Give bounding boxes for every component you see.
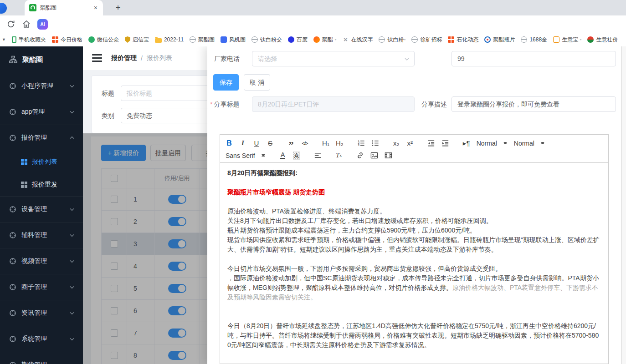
compass-icon bbox=[9, 82, 16, 90]
sidebar-menu-item[interactable]: 报价管理 bbox=[0, 125, 83, 151]
clean-format-button[interactable]: Tx bbox=[335, 151, 343, 161]
save-button[interactable]: 保存 bbox=[213, 74, 239, 91]
sidebar-submenu-label: 报价重发 bbox=[32, 181, 57, 189]
bookmark-item[interactable]: 钛白粉- bbox=[379, 36, 405, 44]
browser-tab[interactable]: 聚酯圈 × bbox=[25, 0, 103, 15]
bookmark-label: 在线汉字 bbox=[351, 36, 373, 44]
sidebar-menu-label: 资讯管理 bbox=[21, 309, 47, 317]
sidebar-menu-item[interactable]: 小程序管理 bbox=[0, 73, 83, 99]
bookmark-favicon bbox=[521, 36, 527, 43]
font-picker[interactable]: Sans Serif bbox=[226, 152, 266, 159]
bookmark-favicon bbox=[52, 36, 58, 43]
reload-icon[interactable] bbox=[6, 20, 15, 29]
filter-title-label: 标题 bbox=[102, 86, 114, 101]
outdent-button[interactable] bbox=[427, 138, 435, 148]
tab-close-icon[interactable]: × bbox=[93, 4, 98, 11]
bookmark-item[interactable]: 风机圈 bbox=[221, 36, 246, 44]
sidebar-brand[interactable]: 聚酯圈 bbox=[0, 46, 83, 73]
bookmark-favicon bbox=[411, 36, 418, 43]
bookmark-item[interactable]: 聚酯 - bbox=[313, 36, 336, 44]
italic-button[interactable]: I bbox=[239, 138, 246, 148]
header2-button[interactable]: H₂ bbox=[336, 138, 344, 148]
code-block-button[interactable]: </> bbox=[301, 138, 308, 148]
compass-icon bbox=[9, 232, 16, 239]
home-icon[interactable] bbox=[22, 20, 31, 29]
editor-content[interactable]: 8月20日再循聚酯圈报到: 聚酯瓶片市场窄幅震荡 期货走势图 原油价格波动、PT… bbox=[220, 163, 608, 364]
bookmark-label: 生意社价 bbox=[596, 36, 618, 44]
ordered-list-button[interactable]: 123 bbox=[357, 138, 365, 148]
edit-offer-dialog: 厂家电话 请选择 排序 99 保存 取 消 *分享标题 8月20日再生PET日评… bbox=[207, 46, 621, 364]
bookmark-item[interactable]: 手机收藏夹 bbox=[12, 36, 46, 44]
sidebar-menu-item[interactable]: 视频管理 bbox=[0, 248, 83, 274]
cancel-button[interactable]: 取 消 bbox=[244, 74, 270, 91]
share-title-input[interactable]: 8月20日再生PET日评 bbox=[252, 96, 415, 112]
sidebar-menu-item[interactable]: 圈子管理 bbox=[0, 274, 83, 300]
sidebar-menu-item[interactable]: 期货管理 bbox=[0, 352, 83, 364]
blockquote-button[interactable]: ” bbox=[287, 136, 295, 150]
sidebar-menu-item[interactable]: app管理 bbox=[0, 99, 83, 125]
editor-paragraph bbox=[227, 178, 601, 187]
bookmarks-caret-icon[interactable]: ▼ bbox=[2, 37, 6, 42]
bookmark-item[interactable]: 微信公众 bbox=[88, 36, 119, 44]
browser-profile-icon[interactable] bbox=[0, 3, 7, 14]
strike-button[interactable]: S bbox=[267, 138, 274, 148]
indent-button[interactable] bbox=[441, 138, 449, 148]
phone-select[interactable]: 请选择 bbox=[252, 51, 415, 66]
bookmark-item[interactable]: 聚酯瓶片 bbox=[484, 36, 515, 44]
sidebar-menu-item[interactable]: 辅料管理 bbox=[0, 222, 83, 248]
sidebar-menu-item[interactable]: 系统管理 bbox=[0, 326, 83, 352]
page-scrollbar[interactable] bbox=[621, 46, 626, 364]
video-button[interactable] bbox=[385, 151, 392, 161]
align-button[interactable] bbox=[314, 151, 322, 161]
text-direction-button[interactable]: ▸¶ bbox=[463, 138, 470, 148]
grid-icon bbox=[21, 182, 27, 188]
bookmark-label: 手机收藏夹 bbox=[19, 36, 46, 44]
header-picker[interactable]: Normal bbox=[514, 140, 545, 147]
header1-button[interactable]: H₁ bbox=[322, 138, 329, 148]
breadcrumb-separator: / bbox=[141, 55, 143, 62]
bold-button[interactable]: B bbox=[226, 138, 233, 148]
bookmark-favicon bbox=[379, 36, 385, 43]
bookmark-item[interactable]: 启信宝 bbox=[125, 36, 149, 44]
text-color-button[interactable]: A bbox=[279, 151, 287, 161]
image-button[interactable] bbox=[370, 151, 378, 161]
sidebar-submenu-item[interactable]: 报价重发 bbox=[0, 173, 83, 196]
new-tab-button[interactable]: + bbox=[112, 2, 124, 14]
bookmark-item[interactable]: 徐矿招标 bbox=[411, 36, 442, 44]
bookmark-item[interactable]: 今日价格 bbox=[52, 36, 82, 44]
ai-extension-icon[interactable]: AI bbox=[37, 19, 48, 30]
bookmark-item[interactable]: 生意社价 bbox=[587, 36, 618, 44]
bookmark-label: 今日价格 bbox=[61, 36, 82, 44]
chevron-down-icon bbox=[69, 135, 75, 141]
sidebar-submenu-item[interactable]: 报价列表 bbox=[0, 151, 83, 173]
bookmark-item[interactable]: 百度 bbox=[288, 36, 308, 44]
breadcrumb: 报价管理 / 报价列表 bbox=[111, 46, 172, 70]
bookmark-item[interactable]: 在线汉字 bbox=[342, 36, 373, 44]
tab-strip: 聚酯圈 × + bbox=[0, 0, 626, 15]
bookmark-label: 石化动态 bbox=[457, 36, 478, 44]
bookmark-item[interactable]: 生意宝 - bbox=[553, 36, 581, 44]
size-picker[interactable]: Normal bbox=[477, 140, 508, 147]
link-button[interactable] bbox=[356, 151, 364, 161]
editor-toolbar: B I U S ” </> H₁ H₂ 123 x₂ x² bbox=[220, 135, 608, 163]
breadcrumb-section[interactable]: 报价管理 bbox=[111, 54, 137, 62]
bookmark-item[interactable]: 聚酯圈 bbox=[190, 36, 215, 44]
sort-input[interactable]: 99 bbox=[452, 51, 616, 66]
subscript-button[interactable]: x₂ bbox=[393, 138, 400, 148]
background-color-button[interactable]: A bbox=[293, 151, 300, 161]
sidebar-menu-item[interactable]: 资讯管理 bbox=[0, 300, 83, 326]
superscript-button[interactable]: x² bbox=[406, 138, 414, 148]
share-desc-input[interactable]: 登录聚酯圈分享报价，即可免费查看 bbox=[452, 96, 616, 112]
sidebar-menu-item[interactable]: 设备管理 bbox=[0, 196, 83, 222]
bookmark-favicon bbox=[342, 36, 349, 43]
bullet-list-button[interactable] bbox=[371, 138, 379, 148]
underline-button[interactable]: U bbox=[253, 138, 260, 148]
bookmark-item[interactable]: 1688全 bbox=[521, 36, 547, 44]
bookmark-item[interactable]: 石化动态 bbox=[448, 36, 478, 44]
bookmark-item[interactable]: 2022-11 bbox=[155, 36, 184, 43]
hamburger-icon[interactable] bbox=[92, 54, 102, 62]
chevron-down-icon bbox=[69, 310, 75, 316]
sidebar-menu-label: 期货管理 bbox=[21, 361, 47, 364]
bookmark-favicon bbox=[448, 36, 454, 43]
bookmark-item[interactable]: 钛白粉交 bbox=[251, 36, 282, 44]
